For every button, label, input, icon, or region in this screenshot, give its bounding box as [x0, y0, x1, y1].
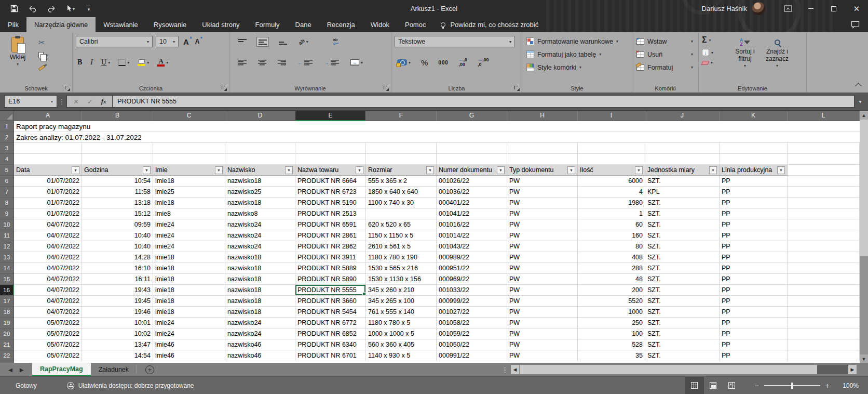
fill-color-button[interactable]: ▾ — [136, 58, 151, 68]
cell-A22[interactable]: 05/07/2022 — [14, 350, 82, 361]
column-header-E[interactable]: E — [295, 111, 366, 121]
cell-B22[interactable]: 14:54 — [82, 350, 153, 361]
cell-K7[interactable]: PP — [720, 187, 788, 198]
comma-style-button[interactable]: 000 — [437, 58, 450, 67]
cell-B9[interactable]: 15:12 — [82, 208, 153, 219]
cell-L8[interactable] — [788, 198, 860, 208]
cell-G12[interactable]: 001043/22 — [437, 241, 507, 252]
cell-L17[interactable] — [788, 296, 860, 307]
cell-H19[interactable]: PW — [507, 318, 578, 329]
cut-button[interactable]: ✂ — [38, 38, 48, 47]
column-header-B[interactable]: B — [82, 111, 153, 121]
cell-B10[interactable]: 09:59 — [82, 219, 153, 230]
cell-B14[interactable]: 16:10 — [82, 263, 153, 274]
cell-F16[interactable]: 345 x 260 x 210 — [366, 285, 437, 296]
row-header-15[interactable]: 15 — [0, 274, 14, 285]
cell-J22[interactable]: SZT. — [645, 350, 720, 361]
cell-I17[interactable]: 5520 — [578, 296, 645, 307]
cell-G4[interactable] — [437, 154, 507, 165]
cell-G22[interactable]: 000991/22 — [437, 350, 507, 361]
cell-G10[interactable]: 001016/22 — [437, 219, 507, 230]
cell-E16[interactable]: PRODUKT NR 5555 — [295, 285, 366, 296]
cell-J9[interactable]: SZT. — [645, 208, 720, 219]
ribbon-tab-widok[interactable]: Widok — [363, 17, 397, 32]
conditional-formatting-button[interactable]: Formatowanie warunkowe ▾ — [525, 35, 629, 48]
dialog-launcher-icon[interactable] — [514, 86, 520, 91]
bold-button[interactable]: B — [76, 57, 84, 68]
cell-J12[interactable]: SZT. — [645, 241, 720, 252]
cell-H13[interactable]: PW — [507, 252, 578, 263]
cell-A4[interactable] — [14, 154, 82, 165]
sheet-tab-rappracymag[interactable]: RapPracyMag — [32, 363, 91, 376]
cell-E15[interactable]: PRODUKT NR 5890 — [295, 274, 366, 285]
cell-L4[interactable] — [788, 154, 860, 165]
cell-F22[interactable]: 1140 x 930 x 5 — [366, 350, 437, 361]
cell-F14[interactable]: 1530 x 565 x 216 — [366, 263, 437, 274]
format-as-table-button[interactable]: Formatuj jako tabelę ▾ — [525, 48, 629, 61]
cell-F21[interactable]: 560 x 360 x 405 — [366, 339, 437, 350]
wrap-text-button[interactable]: abc↩ — [332, 36, 340, 47]
cell-E9[interactable]: PRODUKT NR 2513 — [295, 208, 366, 219]
user-avatar[interactable] — [752, 2, 765, 15]
cell-H16[interactable]: PW — [507, 285, 578, 296]
cell-G20[interactable]: 001059/22 — [437, 329, 507, 339]
cell-B5[interactable]: Godzina▼ — [82, 165, 153, 176]
filter-button[interactable]: ▼ — [777, 166, 785, 174]
cell-F20[interactable]: 1000 x 1000 x 5 — [366, 329, 437, 339]
cell-E5[interactable]: Nazwa towaru▼ — [295, 165, 366, 176]
column-header-G[interactable]: G — [437, 111, 507, 121]
cell-I19[interactable]: 250 — [578, 318, 645, 329]
next-sheet-icon[interactable]: ▶ — [20, 367, 24, 373]
filter-button[interactable]: ▼ — [426, 166, 434, 174]
tell-me-box[interactable]: Powiedz mi, co chcesz zrobić — [441, 17, 538, 32]
cell-D4[interactable] — [225, 154, 295, 165]
orientation-button[interactable]: ab▾ — [297, 37, 310, 46]
user-name[interactable]: Dariusz Haśnik — [702, 5, 747, 12]
ribbon-tab-rysowanie[interactable]: Rysowanie — [146, 17, 195, 32]
cell-J20[interactable]: SZT. — [645, 329, 720, 339]
cell-H5[interactable]: Typ dokumentu▼ — [507, 165, 578, 176]
cell-F15[interactable]: 1530 x 1130 x 156 — [366, 274, 437, 285]
cell-B21[interactable]: 13:47 — [82, 339, 153, 350]
cell-D12[interactable]: nazwisko24 — [225, 241, 295, 252]
column-header-F[interactable]: F — [366, 111, 437, 121]
cell-C4[interactable] — [153, 154, 225, 165]
row-header-7[interactable]: 7 — [0, 187, 14, 198]
horizontal-scrollbar-thumb[interactable] — [519, 365, 817, 374]
scroll-down-icon[interactable]: ▼ — [860, 354, 868, 363]
cell-E18[interactable]: PRODUKT NR 5454 — [295, 307, 366, 318]
cell-I8[interactable]: 1980 — [578, 198, 645, 208]
cell-G9[interactable]: 001041/22 — [437, 208, 507, 219]
ribbon-tab-plik[interactable]: Plik — [0, 17, 26, 32]
ribbon-tab-recenzja[interactable]: Recenzja — [319, 17, 363, 32]
cell-A21[interactable]: 05/07/2022 — [14, 339, 82, 350]
cell-F13[interactable]: 1180 x 780 x 190 — [366, 252, 437, 263]
cell-C18[interactable]: imie18 — [153, 307, 225, 318]
cell-D21[interactable]: nazwisko46 — [225, 339, 295, 350]
percent-button[interactable]: % — [419, 57, 429, 69]
filter-button[interactable]: ▼ — [635, 166, 643, 174]
cell-J14[interactable]: SZT. — [645, 263, 720, 274]
column-header-H[interactable]: H — [507, 111, 578, 121]
cell-L12[interactable] — [788, 241, 860, 252]
cell-L14[interactable] — [788, 263, 860, 274]
cell-F19[interactable]: 1180 x 780 x 5 — [366, 318, 437, 329]
cell-K21[interactable]: PP — [720, 339, 788, 350]
cell-C5[interactable]: Imie▼ — [153, 165, 225, 176]
normal-view-button[interactable] — [685, 377, 704, 394]
increase-decimal-button[interactable]: ←,0,00 — [457, 56, 469, 69]
cell-G16[interactable]: 001033/22 — [437, 285, 507, 296]
decrease-decimal-button[interactable]: →,00,0 — [476, 56, 491, 69]
cell-D22[interactable]: nazwisko46 — [225, 350, 295, 361]
cell-K11[interactable]: PP — [720, 230, 788, 241]
column-header-J[interactable]: J — [645, 111, 720, 121]
new-sheet-button[interactable]: + — [145, 365, 154, 374]
increase-indent-button[interactable]: → — [322, 58, 341, 67]
cell-K14[interactable]: PP — [720, 263, 788, 274]
vertical-scrollbar-thumb[interactable] — [860, 120, 868, 256]
cell-A12[interactable]: 04/07/2022 — [14, 241, 82, 252]
cell-G21[interactable]: 001050/22 — [437, 339, 507, 350]
cell-D5[interactable]: Nazwisko▼ — [225, 165, 295, 176]
cell-I9[interactable]: 1 — [578, 208, 645, 219]
tab-splitter-handle[interactable]: ⋮ — [501, 363, 508, 376]
